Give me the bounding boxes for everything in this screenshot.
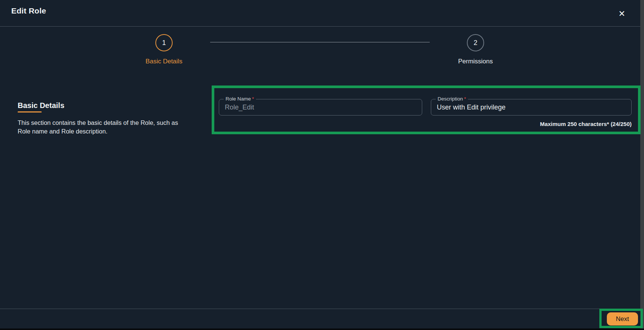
role-name-label: Role Name* [224,96,256,102]
section-description: This section contains the basic details … [18,118,190,136]
step-1-circle: 1 [155,34,173,51]
stepper-connector-line [210,42,430,42]
header-divider [0,26,640,27]
close-button[interactable]: ✕ [615,8,628,20]
close-icon: ✕ [618,9,625,19]
footer-divider [0,309,640,309]
description-helper-text: Maximum 250 characters* (24/250) [431,121,632,127]
next-button[interactable]: Next [607,312,638,326]
step-2-number: 2 [474,39,477,47]
description-label: Description* [436,96,468,102]
role-name-input[interactable] [219,99,422,115]
edit-role-dialog: Edit Role ✕ 1 Basic Details 2 Permission… [0,0,644,330]
description-field: Description* [431,99,632,116]
required-asterisk: * [252,96,254,102]
description-input[interactable] [431,99,631,115]
required-asterisk: * [464,96,466,102]
step-2-label: Permissions [438,58,513,65]
backdrop-bottom-strip [0,328,644,330]
role-name-field: Role Name* [219,99,422,116]
section-heading: Basic Details [18,101,65,110]
step-2-circle: 2 [467,34,484,51]
step-1-number: 1 [162,39,166,47]
section-heading-underline [18,111,42,112]
stepper-step-basic-details[interactable]: 1 Basic Details [126,34,202,65]
stepper-step-permissions[interactable]: 2 Permissions [438,34,513,65]
backdrop-right-strip [640,0,644,330]
step-1-label: Basic Details [126,58,202,65]
dialog-title: Edit Role [11,6,46,15]
